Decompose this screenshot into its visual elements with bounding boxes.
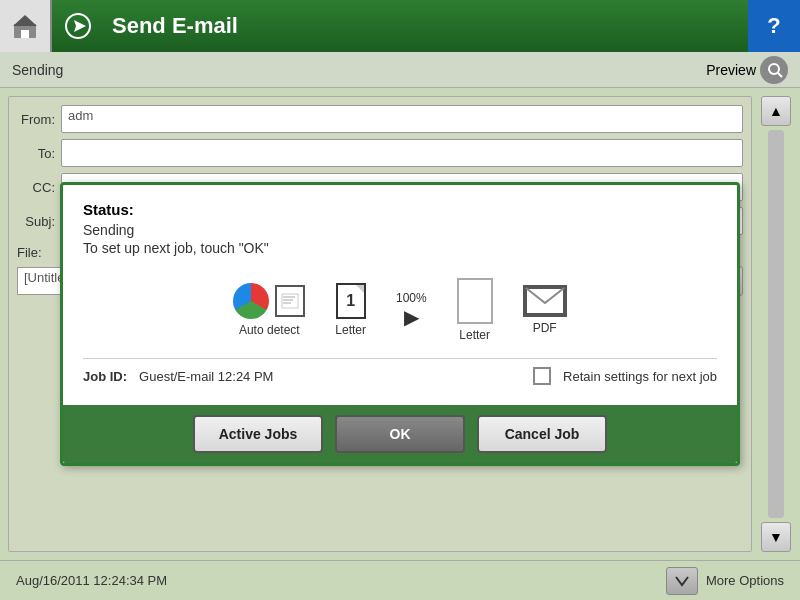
- color-label: Auto detect: [239, 323, 300, 337]
- more-options-area: More Options: [666, 567, 784, 595]
- dialog-body: Status: Sending To set up next job, touc…: [63, 185, 737, 405]
- preview-icon: [760, 56, 788, 84]
- color-item: Auto detect: [233, 283, 305, 337]
- svg-marker-1: [13, 15, 37, 26]
- status-dialog: Status: Sending To set up next job, touc…: [60, 182, 740, 466]
- status-bar: Sending Preview: [0, 52, 800, 88]
- page-icon: [275, 285, 305, 317]
- help-button[interactable]: ?: [748, 0, 800, 52]
- dialog-footer: Active Jobs OK Cancel Job: [63, 405, 737, 463]
- dialog-overlay: Status: Sending To set up next job, touc…: [0, 88, 800, 560]
- send-icon: [64, 12, 92, 40]
- job-info-row: Auto detect 1 Letter 100% ▶: [83, 270, 717, 358]
- svg-line-6: [778, 73, 782, 77]
- home-button[interactable]: [0, 0, 52, 52]
- dest-page-item: Letter: [457, 278, 493, 342]
- dest-page-icon: [457, 278, 493, 324]
- page-number-icon: 1: [336, 283, 366, 319]
- job-id-row: Job ID: Guest/E-mail 12:24 PM Retain set…: [83, 358, 717, 393]
- page-title: Send E-mail: [104, 13, 748, 39]
- dest-label: Letter: [459, 328, 490, 342]
- help-icon: ?: [767, 13, 780, 39]
- ok-button[interactable]: OK: [335, 415, 465, 453]
- dialog-status-value: Sending: [83, 222, 717, 238]
- page-count-item: 1 Letter: [335, 283, 366, 337]
- svg-marker-4: [74, 20, 86, 32]
- source-label: Letter: [335, 323, 366, 337]
- status-text: Sending: [12, 62, 63, 78]
- bottom-bar: Aug/16/2011 12:24:34 PM More Options: [0, 560, 800, 600]
- job-id-label: Job ID:: [83, 369, 127, 384]
- send-email-icon-area: [52, 0, 104, 52]
- svg-rect-2: [21, 30, 29, 38]
- cancel-job-button[interactable]: Cancel Job: [477, 415, 607, 453]
- pdf-format-item: PDF: [523, 285, 567, 335]
- color-wheel-icon: [233, 283, 269, 319]
- dialog-status-label: Status:: [83, 201, 717, 218]
- main-content: From: adm To: CC: Subj: File: [Untitled]…: [0, 88, 800, 560]
- pdf-icon: [523, 285, 567, 317]
- dialog-instruction: To set up next job, touch "OK": [83, 240, 717, 256]
- preview-label: Preview: [706, 62, 756, 78]
- more-options-label: More Options: [706, 573, 784, 588]
- percent-label: 100%: [396, 291, 427, 305]
- preview-button[interactable]: Preview: [706, 56, 788, 84]
- timestamp: Aug/16/2011 12:24:34 PM: [16, 573, 167, 588]
- retain-label: Retain settings for next job: [563, 369, 717, 384]
- active-jobs-button[interactable]: Active Jobs: [193, 415, 323, 453]
- progress-arrow: 100% ▶: [396, 291, 427, 329]
- format-label: PDF: [533, 321, 557, 335]
- retain-checkbox[interactable]: [533, 367, 551, 385]
- svg-rect-7: [282, 294, 298, 308]
- chevron-down-icon: [673, 573, 691, 589]
- job-id-value: Guest/E-mail 12:24 PM: [139, 369, 273, 384]
- more-options-button[interactable]: [666, 567, 698, 595]
- svg-point-5: [769, 64, 779, 74]
- header: Send E-mail ?: [0, 0, 800, 52]
- home-icon: [11, 12, 39, 40]
